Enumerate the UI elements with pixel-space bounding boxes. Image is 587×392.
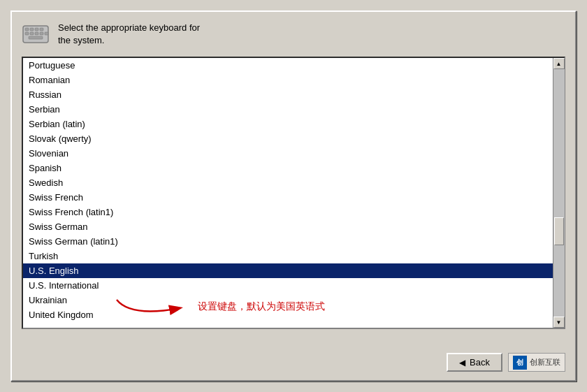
keyboard-list[interactable]: PortugueseRomanianRussianSerbianSerbian … xyxy=(23,58,553,328)
svg-rect-5 xyxy=(25,32,29,35)
svg-rect-3 xyxy=(35,28,38,31)
scroll-up-button[interactable]: ▲ xyxy=(553,58,565,69)
list-item[interactable]: Slovenian xyxy=(23,146,553,161)
dialog: Select the appropriate keyboard for the … xyxy=(10,10,577,382)
list-item[interactable]: Spanish xyxy=(23,161,553,175)
watermark: 创 创新互联 xyxy=(508,353,565,372)
list-item[interactable]: Swiss German xyxy=(23,219,553,234)
list-item[interactable]: Russian xyxy=(23,87,553,102)
svg-rect-10 xyxy=(45,32,48,35)
watermark-text: 创新互联 xyxy=(530,357,560,368)
scroll-thumb[interactable] xyxy=(554,217,564,245)
keyboard-list-container: PortugueseRomanianRussianSerbianSerbian … xyxy=(22,57,565,329)
list-item[interactable]: Swedish xyxy=(23,175,553,190)
back-button[interactable]: ◀ Back xyxy=(447,353,502,372)
list-item[interactable]: Swiss French (latin1) xyxy=(23,205,553,219)
svg-rect-6 xyxy=(30,32,34,35)
list-item[interactable]: Serbian (latin) xyxy=(23,117,553,131)
svg-rect-9 xyxy=(29,36,43,39)
header-description: Select the appropriate keyboard for the … xyxy=(58,22,200,47)
svg-rect-1 xyxy=(25,28,29,31)
svg-rect-2 xyxy=(30,28,34,31)
scroll-track xyxy=(553,69,565,317)
list-item[interactable]: U.S. International xyxy=(23,278,553,293)
header: Select the appropriate keyboard for the … xyxy=(12,12,575,57)
annotation: 设置键盘，默认为美国英语式 xyxy=(110,293,325,321)
list-item[interactable]: Portuguese xyxy=(23,58,553,73)
back-icon: ◀ xyxy=(459,358,465,368)
svg-rect-4 xyxy=(40,28,43,31)
keyboard-icon xyxy=(22,20,50,48)
list-item[interactable]: Romanian xyxy=(23,73,553,87)
list-item[interactable]: Slovak (qwerty) xyxy=(23,131,553,146)
list-item[interactable]: U.S. English xyxy=(23,263,553,278)
svg-rect-7 xyxy=(35,32,38,35)
scrollbar: ▲ ▼ xyxy=(553,58,564,328)
annotation-text: 设置键盘，默认为美国英语式 xyxy=(198,300,325,313)
svg-rect-8 xyxy=(40,32,43,35)
list-item[interactable]: Turkish xyxy=(23,249,553,263)
scroll-down-button[interactable]: ▼ xyxy=(553,317,565,328)
list-item[interactable]: Swiss German (latin1) xyxy=(23,234,553,249)
back-label: Back xyxy=(470,357,490,368)
list-item[interactable]: Serbian xyxy=(23,102,553,117)
watermark-logo: 创 xyxy=(513,356,527,370)
list-item[interactable]: Swiss French xyxy=(23,190,553,205)
footer: ◀ Back 创 创新互联 xyxy=(447,353,565,372)
